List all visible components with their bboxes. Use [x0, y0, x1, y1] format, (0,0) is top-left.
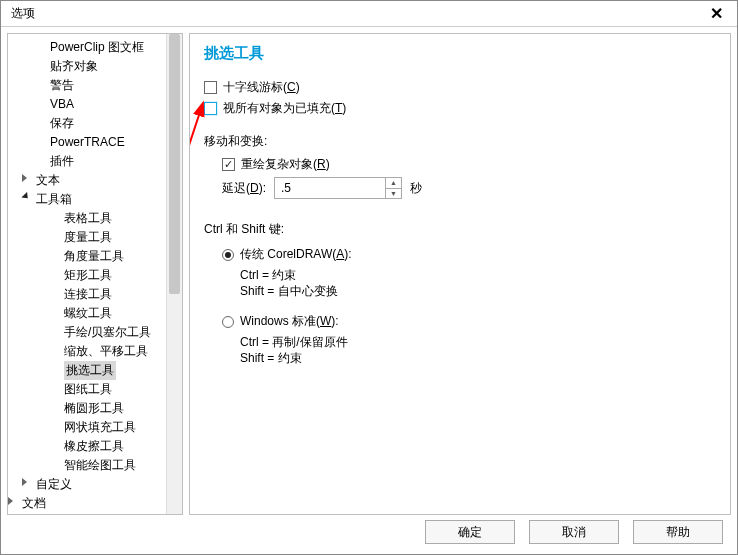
- checkbox-crosshair[interactable]: 十字线游标(C): [204, 79, 716, 96]
- tree-item[interactable]: 智能绘图工具: [8, 456, 166, 475]
- radio-traditional-desc1: Ctrl = 约束: [240, 267, 716, 283]
- delay-label: 延迟(D):: [222, 180, 266, 197]
- radio-traditional[interactable]: 传统 CorelDRAW(A):: [222, 246, 716, 263]
- tree-item[interactable]: 贴齐对象: [8, 57, 166, 76]
- panel-title: 挑选工具: [204, 44, 716, 63]
- tree-item[interactable]: 表格工具: [8, 209, 166, 228]
- tree-item[interactable]: 文档: [8, 494, 166, 513]
- tree-item[interactable]: PowerClip 图文框: [8, 38, 166, 57]
- tree-item[interactable]: 螺纹工具: [8, 304, 166, 323]
- tree-scrollbar[interactable]: [166, 34, 182, 514]
- delay-input[interactable]: [275, 178, 385, 198]
- arrow-closed-icon[interactable]: [22, 478, 27, 486]
- main-panel: 挑选工具 十字线游标(C) 视所有对象为已填充(T) 移动和变换: ✓ 重绘复杂…: [189, 33, 731, 515]
- tree-item-selected[interactable]: 挑选工具: [64, 361, 116, 380]
- tree-item[interactable]: VBA: [8, 95, 166, 114]
- tree-item[interactable]: PowerTRACE: [8, 133, 166, 152]
- radio-windows-desc1: Ctrl = 再制/保留原件: [240, 334, 716, 350]
- radio-windows-desc2: Shift = 约束: [240, 350, 716, 366]
- tree-item[interactable]: 保存: [8, 114, 166, 133]
- arrow-closed-icon[interactable]: [8, 497, 13, 505]
- tree-item[interactable]: 度量工具: [8, 228, 166, 247]
- tree-item[interactable]: 工具箱: [8, 190, 166, 209]
- close-icon[interactable]: ✕: [702, 4, 731, 23]
- arrow-closed-icon[interactable]: [22, 174, 27, 182]
- radio-traditional-desc2: Shift = 自中心变换: [240, 283, 716, 299]
- tree-item[interactable]: 椭圆形工具: [8, 399, 166, 418]
- scrollbar-thumb[interactable]: [169, 34, 180, 294]
- svg-line-0: [190, 112, 200, 354]
- spin-down-icon[interactable]: ▼: [386, 189, 401, 199]
- tree-item[interactable]: 警告: [8, 76, 166, 95]
- tree-item[interactable]: 缩放、平移工具: [8, 342, 166, 361]
- tree-item[interactable]: 自定义: [8, 475, 166, 494]
- tree-item[interactable]: 手绘/贝塞尔工具: [8, 323, 166, 342]
- tree-item[interactable]: 矩形工具: [8, 266, 166, 285]
- arrow-open-icon[interactable]: [21, 192, 30, 201]
- radio-windows[interactable]: Windows 标准(W):: [222, 313, 716, 330]
- tree-panel: PowerClip 图文框贴齐对象警告VBA保存PowerTRACE插件文本工具…: [7, 33, 183, 515]
- section-ctrl-shift: Ctrl 和 Shift 键:: [204, 221, 716, 238]
- tree-item[interactable]: 网状填充工具: [8, 418, 166, 437]
- tree-item[interactable]: 连接工具: [8, 285, 166, 304]
- section-move-transform: 移动和变换:: [204, 133, 716, 150]
- delay-spinner[interactable]: ▲ ▼: [274, 177, 402, 199]
- spin-up-icon[interactable]: ▲: [386, 178, 401, 189]
- tree-item[interactable]: 图纸工具: [8, 380, 166, 399]
- ok-button[interactable]: 确定: [425, 520, 515, 544]
- tree-item[interactable]: 橡皮擦工具: [8, 437, 166, 456]
- delay-unit: 秒: [410, 180, 422, 197]
- tree-item[interactable]: 文本: [8, 171, 166, 190]
- help-button[interactable]: 帮助: [633, 520, 723, 544]
- checkbox-redraw[interactable]: ✓ 重绘复杂对象(R): [222, 156, 716, 173]
- checkbox-treat-filled[interactable]: 视所有对象为已填充(T): [204, 100, 716, 117]
- window-title: 选项: [11, 5, 35, 22]
- tree-item[interactable]: 角度量工具: [8, 247, 166, 266]
- cancel-button[interactable]: 取消: [529, 520, 619, 544]
- tree-item[interactable]: 插件: [8, 152, 166, 171]
- tree-item[interactable]: 全局: [8, 513, 166, 514]
